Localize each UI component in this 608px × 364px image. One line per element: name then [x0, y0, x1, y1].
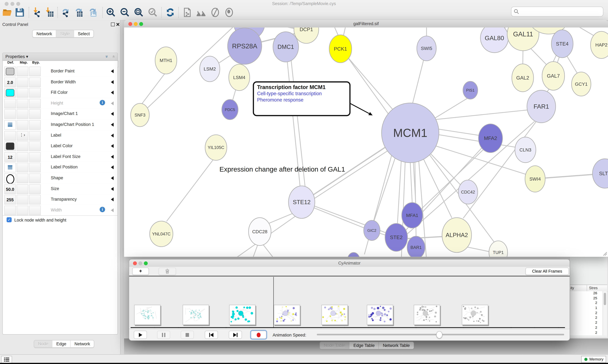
network-node-mth1[interactable]: MTH1	[155, 47, 177, 74]
network-node-mcm1[interactable]: MCM1	[382, 103, 439, 163]
search-box[interactable]	[511, 7, 603, 17]
document-network-icon[interactable]	[182, 7, 192, 18]
frame-thumbnail-4[interactable]	[274, 305, 300, 325]
bypass-cell[interactable]	[29, 141, 41, 151]
mapping-cell[interactable]	[17, 77, 28, 87]
property-row-image-chart-1[interactable]: Image/Chart 1	[3, 109, 117, 120]
import-table-icon[interactable]	[44, 7, 54, 18]
default-cell[interactable]	[4, 163, 16, 172]
tab-network-table[interactable]: Network Table	[379, 342, 414, 349]
bypass-cell[interactable]	[29, 109, 41, 119]
property-row-label-color[interactable]: Label Color	[3, 141, 117, 152]
export-network-icon[interactable]	[60, 7, 71, 18]
network-node-tup1[interactable]: TUP1	[489, 241, 508, 257]
frame-thumbnail-5[interactable]	[321, 305, 348, 325]
network-node-gic2[interactable]: GIC2	[364, 220, 380, 240]
mapping-cell[interactable]	[17, 163, 28, 172]
tab-network[interactable]: Network	[71, 340, 94, 347]
close-panel-icon[interactable]	[116, 23, 120, 26]
scrollbar-thumb[interactable]	[604, 293, 606, 305]
animation-speed-slider[interactable]	[436, 331, 442, 338]
play-button[interactable]	[134, 331, 147, 339]
network-node-swi5[interactable]: SWI5	[417, 36, 436, 61]
mapping-cell[interactable]	[17, 120, 28, 130]
property-row-fill-color[interactable]: Fill Color	[3, 87, 117, 98]
default-cell[interactable]	[4, 99, 16, 108]
tab-node[interactable]: Node	[34, 340, 53, 347]
network-overview-icon[interactable]	[196, 7, 206, 18]
tab-edge[interactable]: Edge	[52, 340, 70, 347]
network-node-ynl047c[interactable]: YNL047C	[150, 221, 173, 247]
tab-style[interactable]: Style	[56, 30, 74, 37]
network-canvas[interactable]: RPS28BDCP1RPS28ADMC1PCK1SWI5GAL80GAL11ST…	[124, 27, 608, 257]
record-button[interactable]	[251, 331, 266, 339]
network-node-ste4[interactable]: STE4	[551, 30, 573, 58]
bypass-cell[interactable]	[29, 77, 41, 87]
info-icon[interactable]: i	[100, 100, 105, 105]
tab-node-table[interactable]: Node Table	[320, 342, 349, 349]
bypass-cell[interactable]	[29, 66, 41, 76]
zoom-selected-icon[interactable]	[148, 7, 158, 18]
network-node-cdc28[interactable]: CDC28	[249, 218, 271, 246]
column-header[interactable]: ity	[570, 286, 574, 290]
expand-property-arrow[interactable]	[111, 133, 113, 137]
network-node-bar1[interactable]: BAR1	[407, 236, 425, 257]
add-frame-button[interactable]: +	[132, 268, 149, 275]
bypass-cell[interactable]	[29, 206, 41, 215]
network-node-slt2[interactable]: SLT2	[593, 159, 608, 188]
frame-thumbnail-1[interactable]	[134, 305, 161, 325]
network-node-gal11[interactable]: GAL11	[507, 27, 539, 51]
default-cell[interactable]	[4, 206, 16, 215]
lock-checkbox[interactable]: ✓	[7, 217, 12, 222]
expand-property-arrow[interactable]	[111, 144, 113, 148]
default-cell[interactable]	[4, 88, 16, 98]
properties-header[interactable]: Properties ▾ » »	[3, 53, 117, 61]
expand-property-arrow[interactable]	[111, 91, 113, 95]
skip-to-end-button[interactable]	[229, 331, 242, 339]
mapping-cell[interactable]	[17, 88, 28, 98]
network-node-mfa1[interactable]: MFA1	[402, 203, 423, 228]
default-cell[interactable]	[4, 131, 16, 140]
expand-property-arrow[interactable]	[111, 69, 113, 73]
property-row-transparency[interactable]: 255Transparency	[3, 194, 117, 205]
expand-property-arrow[interactable]	[111, 123, 113, 127]
lock-dimensions-row[interactable]: ✓ Lock node width and height	[3, 216, 117, 225]
hide-details-icon[interactable]	[210, 7, 220, 18]
bypass-cell[interactable]	[29, 120, 41, 130]
expand-property-arrow[interactable]	[111, 101, 113, 105]
playhead[interactable]	[273, 277, 274, 327]
expand-property-arrow[interactable]	[111, 187, 113, 191]
frame-thumbnail-6[interactable]	[367, 305, 393, 325]
bypass-cell[interactable]	[29, 152, 41, 162]
frame-thumbnail-8[interactable]	[462, 305, 488, 325]
export-image-icon[interactable]	[88, 7, 98, 18]
network-node-pck1[interactable]: PCK1	[329, 35, 352, 63]
tab-edge-table[interactable]: Edge Table	[350, 342, 379, 349]
frame-thumbnail-2[interactable]	[182, 305, 209, 325]
mapping-cell[interactable]	[17, 152, 28, 162]
property-row-shape[interactable]: Shape	[3, 173, 117, 184]
frame-thumbnail-7[interactable]	[414, 305, 440, 325]
default-cell[interactable]	[4, 120, 16, 130]
clear-all-frames-button[interactable]: Clear All Frames	[525, 268, 569, 275]
tab-network[interactable]: Network	[33, 30, 56, 37]
network-node-lsm4[interactable]: LSM4	[229, 64, 250, 91]
property-row-image-chart-position-1[interactable]: Image/Chart Position 1	[3, 119, 117, 130]
network-node-swi4[interactable]: SWI4	[525, 166, 545, 192]
export-table-icon[interactable]	[74, 7, 84, 18]
mapping-cell[interactable]	[17, 195, 28, 205]
tab-select[interactable]: Select	[74, 30, 94, 37]
network-node-dmc1[interactable]: DMC1	[273, 32, 299, 62]
network-node-mfa2[interactable]: MFA2	[479, 124, 503, 153]
network-node-cdc42[interactable]: CDC42	[458, 180, 478, 204]
network-window-titlebar[interactable]: galFiltered.sif	[124, 20, 608, 28]
mapping-cell[interactable]	[17, 66, 28, 76]
property-row-label-font-size[interactable]: 12Label Font Size	[3, 151, 117, 162]
network-node-pis1[interactable]: PIS1	[463, 81, 478, 99]
frame-thumbnail-3[interactable]	[229, 305, 256, 325]
zoom-out-icon[interactable]	[120, 7, 130, 18]
default-cell[interactable]: 2.0	[4, 77, 16, 87]
property-row-border-width[interactable]: 2.0Border Width	[3, 77, 117, 88]
default-cell[interactable]: 12	[4, 152, 16, 162]
open-folder-icon[interactable]	[2, 7, 13, 18]
